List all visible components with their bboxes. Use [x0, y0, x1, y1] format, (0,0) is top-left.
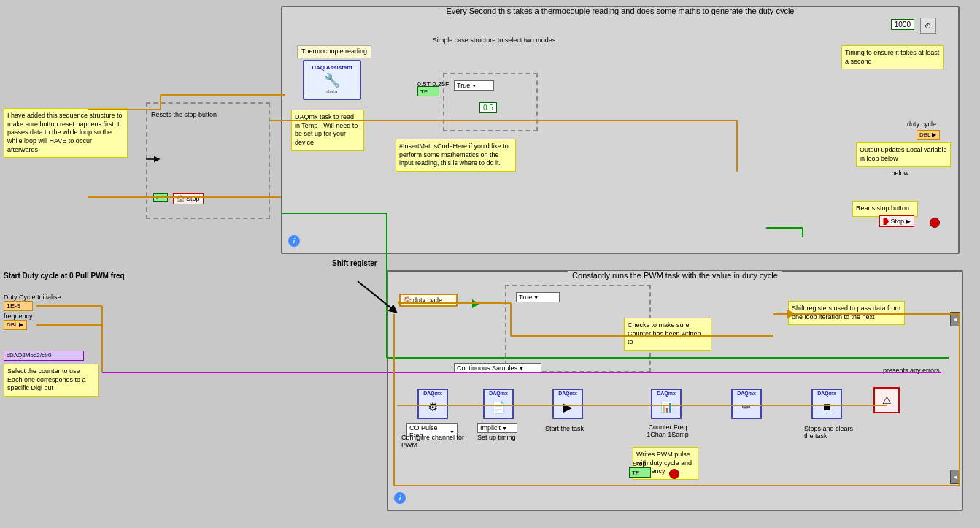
- daq-data-label: data: [309, 88, 355, 95]
- below-label: below: [891, 169, 908, 177]
- start-task-note: Start the task: [545, 425, 584, 432]
- presents-errors-note: presents any errors: [883, 367, 963, 374]
- start-duty-label: Start Duty cycle at 0 Pull PWM freq: [4, 272, 125, 280]
- top-frame-title: Every Second this takes a thermocouple r…: [442, 7, 799, 15]
- shift-reg-note: Shift registers used to pass data from o…: [788, 301, 905, 325]
- configure-pwm-note: Configure channel for PWM: [401, 434, 467, 448]
- play-triangle: [472, 299, 479, 310]
- thermocouple-label: Thermocouple reading: [297, 45, 371, 58]
- checks-counter-note: Checks to make sure Counter has been wri…: [624, 318, 711, 351]
- shift-register-label: Shift register: [332, 259, 377, 267]
- duty-cycle-label: duty cycle: [907, 120, 936, 128]
- daq-assistant-label: DAQ Assistant: [309, 64, 355, 71]
- tf-terminal: TF: [417, 86, 439, 96]
- duty-cycle-init-label: Duty Cycle Initialise: [4, 294, 61, 301]
- counter-freq-label: Counter Freq 1Chan 1Samp: [642, 424, 693, 438]
- f-terminal: F: [153, 193, 168, 202]
- output-updates-note: Output updates Local variable in loop be…: [856, 142, 951, 167]
- stops-clears-note: Stops and clears the task: [804, 425, 863, 440]
- top-frame: Every Second this takes a thermocouple r…: [281, 6, 960, 254]
- frequency-label: frequency: [4, 313, 33, 320]
- daqmx-implicit-block: DAQmx 📄: [483, 389, 514, 419]
- insert-maths-note: #InsertMathsCodeHere if you'd like to pe…: [396, 139, 516, 172]
- setup-timing-note: Set up timing: [477, 434, 516, 441]
- stop-button-seq[interactable]: 🏠Stop: [173, 193, 204, 204]
- stop-button-top[interactable]: Stop ▶: [879, 215, 914, 227]
- reset-label: Resets the stop button: [151, 111, 217, 118]
- counter-terminal: cDAQ2Mod2/ctr0: [4, 351, 84, 361]
- continuous-samples-dropdown[interactable]: Continuous Samples: [454, 363, 541, 373]
- daqmx-stop-block: DAQmx ⏹: [811, 389, 842, 419]
- error-block: ⚠: [873, 387, 900, 413]
- daqmx-task-note: DAQmx task to read in Temp - Will need t…: [291, 110, 364, 151]
- daqmx-co-block: DAQmx ⚙: [417, 389, 448, 419]
- red-circle-top: [930, 218, 940, 228]
- bottom-frame-title: Constantly runs the PWM task with the va…: [568, 271, 782, 280]
- value-1000: 1000: [891, 19, 914, 30]
- info-icon-top: i: [288, 235, 300, 247]
- tf-terminal-bottom: TF: [629, 467, 651, 478]
- seq-note: I have added this sequence structure to …: [4, 108, 128, 158]
- seq-frame: Resets the stop button F 🏠Stop: [146, 102, 270, 219]
- diagram-area: Every Second this takes a thermocouple r…: [0, 0, 980, 528]
- stop-bottom-label: Stop: [633, 460, 647, 467]
- case-structure-note: Simple case structure to select two mode…: [428, 37, 560, 44]
- timer-icon[interactable]: ⏱: [920, 18, 936, 34]
- 1e5-terminal: 1E-5: [4, 301, 33, 311]
- daqmx-check-block: DAQmx ✏: [731, 389, 762, 419]
- duty-cycle-local: 🏠 duty cycle: [399, 294, 458, 307]
- shift-reg-right-bottom: ◄: [950, 470, 960, 484]
- dbl-terminal: DBL ▶: [917, 130, 940, 140]
- implicit-dropdown[interactable]: Implicit: [477, 423, 517, 433]
- timing-note: Timing to ensure it takes at least a sec…: [841, 45, 944, 69]
- daqmx-counter-block: DAQmx 📊: [651, 389, 682, 419]
- reads-stop-note: Reads stop button: [852, 201, 918, 217]
- counter-note: Select the counter to use Each one corre…: [4, 364, 99, 397]
- info-icon-bottom: i: [394, 492, 406, 504]
- shift-reg-right-top: ◄: [950, 312, 960, 326]
- daqmx-start-block: DAQmx ▶: [552, 389, 583, 419]
- daq-assistant-block: DAQ Assistant 🔧 data: [303, 60, 361, 100]
- value-05: 0.5: [479, 102, 497, 113]
- freq-dbl-terminal: DBL ▶: [4, 320, 27, 330]
- red-circle-bottom: [669, 469, 679, 479]
